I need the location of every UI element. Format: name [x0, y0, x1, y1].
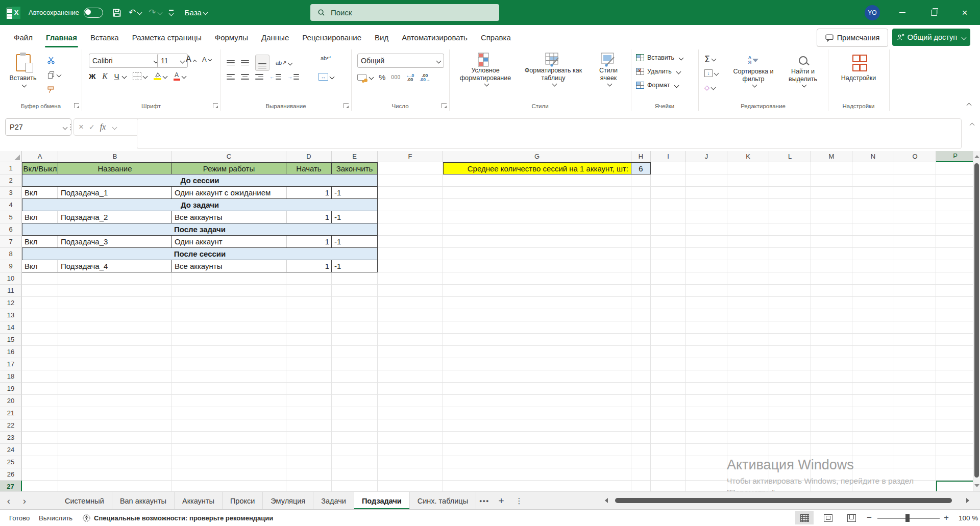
cell-A16[interactable] [22, 346, 58, 358]
cell-D25[interactable] [286, 456, 332, 468]
cell-P16[interactable] [936, 346, 975, 358]
cell-K4[interactable] [727, 199, 769, 211]
cell-N1[interactable] [852, 162, 894, 174]
cell-O3[interactable] [894, 187, 936, 199]
cell-P1[interactable] [936, 162, 975, 174]
cell-I11[interactable] [651, 285, 686, 297]
new-sheet-button[interactable]: + [498, 495, 504, 507]
data-cell-D5[interactable]: 1 [286, 211, 332, 223]
merge-center-button[interactable]: ↔ [318, 73, 334, 81]
borders-button[interactable] [133, 72, 147, 80]
accessibility-status[interactable]: Специальные возможности: проверьте реком… [83, 510, 273, 526]
cell-E19[interactable] [332, 383, 378, 395]
cell-H18[interactable] [631, 370, 651, 383]
cell-F19[interactable] [378, 383, 443, 395]
cell-N19[interactable] [852, 383, 894, 395]
cell-L7[interactable] [769, 236, 811, 248]
row-header-19[interactable]: 19 [0, 383, 22, 395]
cell-G26[interactable] [443, 468, 631, 481]
row-header-6[interactable]: 6 [0, 223, 22, 236]
cell-P25[interactable] [936, 456, 975, 468]
cell-I24[interactable] [651, 444, 686, 456]
cell-I5[interactable] [651, 211, 686, 223]
cell-O11[interactable] [894, 285, 936, 297]
cell-M5[interactable] [811, 211, 852, 223]
section-cell-row-8[interactable]: После сессии [22, 248, 378, 260]
cell-B22[interactable] [58, 419, 172, 432]
cell-J15[interactable] [686, 334, 727, 346]
cell-M20[interactable] [811, 395, 852, 407]
cell-F23[interactable] [378, 432, 443, 444]
cell-H26[interactable] [631, 468, 651, 481]
cell-D14[interactable] [286, 321, 332, 334]
cell-E14[interactable] [332, 321, 378, 334]
cell-N2[interactable] [852, 174, 894, 187]
cell-B26[interactable] [58, 468, 172, 481]
row-header-14[interactable]: 14 [0, 321, 22, 334]
data-cell-C7[interactable]: Один аккаунт [172, 236, 286, 248]
cell-L6[interactable] [769, 223, 811, 236]
table-header-cell-C1[interactable]: Режим работы [172, 162, 286, 174]
accounting-format-button[interactable] [357, 74, 373, 81]
cell-I3[interactable] [651, 187, 686, 199]
bold-button[interactable]: Ж [89, 72, 96, 81]
cell-E22[interactable] [332, 419, 378, 432]
restore-button[interactable] [923, 0, 945, 25]
cell-O23[interactable] [894, 432, 936, 444]
cell-N18[interactable] [852, 370, 894, 383]
data-cell-A9[interactable]: Вкл [22, 260, 58, 272]
cell-L10[interactable] [769, 272, 811, 285]
cell-D20[interactable] [286, 395, 332, 407]
align-top-button[interactable] [227, 60, 235, 65]
scroll-up-button[interactable] [974, 152, 979, 161]
more-sheets-icon[interactable]: ●●● [479, 498, 489, 504]
save-button[interactable] [112, 8, 121, 17]
cell-A15[interactable] [22, 334, 58, 346]
vertical-scrollbar-thumb[interactable] [974, 163, 979, 478]
cell-N14[interactable] [852, 321, 894, 334]
cell-N24[interactable] [852, 444, 894, 456]
cell-I15[interactable] [651, 334, 686, 346]
delete-cells-button[interactable]: × Удалить [636, 68, 680, 75]
cell-O2[interactable] [894, 174, 936, 187]
cell-L24[interactable] [769, 444, 811, 456]
cell-N12[interactable] [852, 297, 894, 309]
cell-C12[interactable] [172, 297, 286, 309]
cell-H14[interactable] [631, 321, 651, 334]
cell-M23[interactable] [811, 432, 852, 444]
orientation-button[interactable]: ab↗ [276, 60, 292, 66]
cell-E10[interactable] [332, 272, 378, 285]
cell-L2[interactable] [769, 174, 811, 187]
cell-D11[interactable] [286, 285, 332, 297]
cell-P10[interactable] [936, 272, 975, 285]
cell-B27[interactable] [58, 481, 172, 491]
decrease-indent-button[interactable]: ← [270, 74, 281, 80]
cell-C20[interactable] [172, 395, 286, 407]
column-header-E[interactable]: E [332, 151, 378, 162]
cell-H15[interactable] [631, 334, 651, 346]
data-cell-A5[interactable]: Вкл [22, 211, 58, 223]
cell-F22[interactable] [378, 419, 443, 432]
cell-E25[interactable] [332, 456, 378, 468]
data-cell-C5[interactable]: Все аккаунты [172, 211, 286, 223]
column-header-L[interactable]: L [769, 151, 811, 162]
cell-J7[interactable] [686, 236, 727, 248]
cell-G9[interactable] [443, 260, 631, 272]
ribbon-tab-Справка[interactable]: Справка [474, 25, 518, 49]
cell-H11[interactable] [631, 285, 651, 297]
cell-K10[interactable] [727, 272, 769, 285]
cell-C25[interactable] [172, 456, 286, 468]
column-header-B[interactable]: B [58, 151, 172, 162]
cell-H3[interactable] [631, 187, 651, 199]
cell-K24[interactable] [727, 444, 769, 456]
cell-M13[interactable] [811, 309, 852, 321]
insert-function-button[interactable]: fx [100, 122, 106, 132]
cell-L17[interactable] [769, 358, 811, 370]
cell-K14[interactable] [727, 321, 769, 334]
sheet-tab-Системный[interactable]: Системный [57, 492, 112, 510]
cell-O13[interactable] [894, 309, 936, 321]
cell-G18[interactable] [443, 370, 631, 383]
cell-O17[interactable] [894, 358, 936, 370]
cell-C27[interactable] [172, 481, 286, 491]
cell-K15[interactable] [727, 334, 769, 346]
